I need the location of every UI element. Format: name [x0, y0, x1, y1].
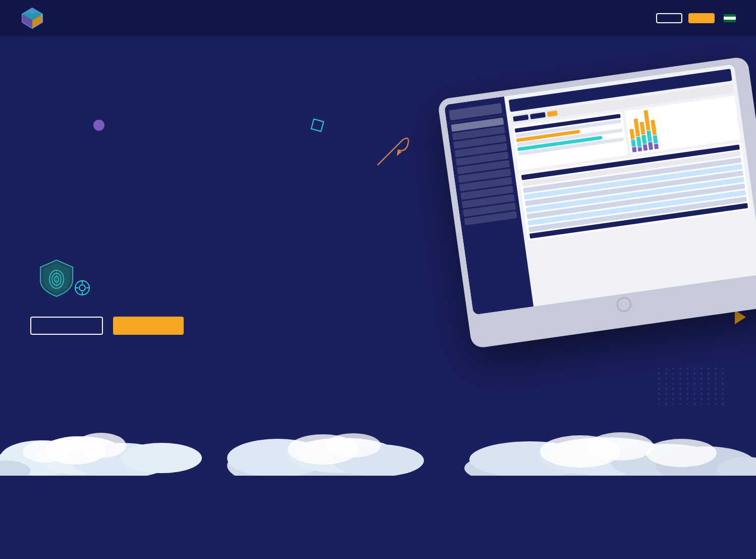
- navbar: [0, 0, 756, 36]
- certified-section: [30, 258, 184, 298]
- svg-point-35: [326, 433, 381, 458]
- purple-dot-decoration: [93, 120, 104, 131]
- hero-content: [30, 208, 184, 335]
- register-button[interactable]: [656, 13, 682, 23]
- tablet-image: [453, 77, 756, 328]
- svg-point-18: [71, 443, 172, 476]
- svg-point-28: [611, 444, 722, 476]
- svg-point-21: [227, 443, 379, 476]
- flag-icon: [724, 14, 736, 22]
- svg-point-25: [464, 448, 646, 476]
- svg-point-19: [121, 443, 202, 473]
- svg-point-32: [76, 433, 126, 458]
- swirl-decoration: [367, 135, 413, 175]
- svg-point-38: [646, 439, 717, 467]
- svg-point-24: [333, 444, 424, 476]
- svg-point-16: [0, 440, 81, 476]
- teal-square-decoration: [311, 119, 325, 132]
- svg-point-15: [0, 445, 111, 476]
- svg-point-27: [540, 437, 671, 476]
- svg-point-37: [588, 432, 654, 461]
- hero-buttons: [30, 317, 184, 335]
- svg-point-22: [227, 439, 328, 476]
- svg-point-23: [288, 438, 399, 473]
- svg-point-29: [656, 446, 756, 476]
- svg-point-30: [717, 457, 756, 476]
- login-button[interactable]: [688, 13, 715, 23]
- dots-pattern-decoration: const dp = document.querySelector('.dots…: [658, 368, 726, 405]
- svg-point-31: [45, 436, 106, 465]
- shield-badge-icon: [38, 258, 75, 298]
- logo[interactable]: [20, 6, 49, 30]
- svg-point-36: [540, 435, 621, 468]
- language-switcher[interactable]: [721, 14, 736, 22]
- svg-point-26: [469, 441, 590, 476]
- hero-section: const dp = document.querySelector('.dots…: [0, 36, 756, 476]
- nav-actions: [656, 13, 736, 23]
- hero-login-button[interactable]: [30, 317, 103, 335]
- tablet-main: [504, 64, 756, 307]
- clouds-decoration: [0, 415, 756, 476]
- hero-title: [30, 208, 184, 238]
- svg-point-20: [0, 461, 30, 476]
- hero-register-button[interactable]: [113, 317, 184, 335]
- certified-badge: [30, 258, 184, 298]
- svg-point-34: [288, 434, 358, 465]
- svg-point-33: [23, 440, 68, 463]
- svg-point-17: [35, 436, 126, 475]
- tablet-home-button: [615, 296, 632, 313]
